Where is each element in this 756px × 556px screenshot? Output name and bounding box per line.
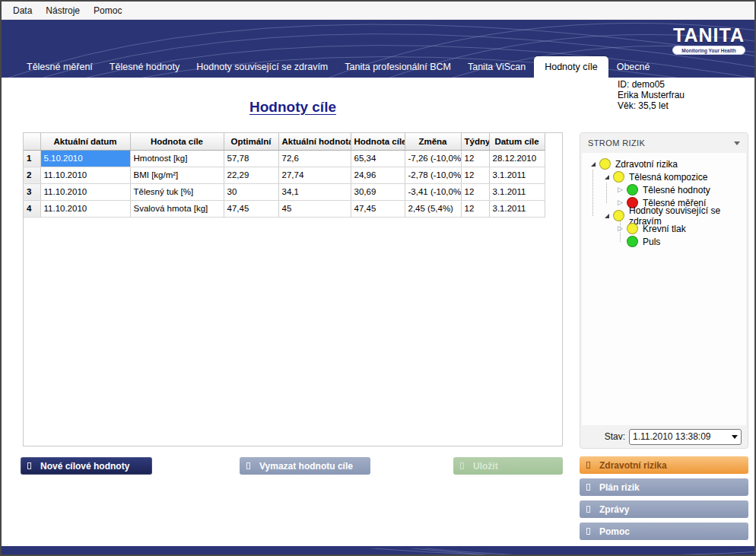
row-header[interactable]: 1 [24,150,40,167]
cell-current[interactable]: 34,1 [278,183,351,200]
cell-change[interactable]: -7,26 (-10,0%) [405,150,461,167]
cell-weeks-change[interactable]: 2,45 (5,4%) [405,200,461,217]
cell-weeks[interactable]: 12 [461,167,489,183]
expanded-arrow-icon[interactable] [602,175,611,180]
risk-tree-panel: STROM RIZIK Zdravotní rizika Tělesná kom… [580,132,748,449]
tree-node-hodnoty-souvisejici[interactable]: Hodnoty související se zdravím [582,209,746,222]
cell-optimal[interactable]: 22,29 [224,167,278,183]
cell-weeks[interactable]: 12 [461,183,489,200]
risk-tree-header[interactable]: STROM RIZIK [580,133,748,153]
button-label: Zprávy [599,504,629,515]
reports-button[interactable]: Zprávy [580,500,748,518]
cell-optimal[interactable]: 30 [224,183,278,200]
patient-id: ID: demo05 [618,79,685,90]
button-glyph-icon [246,462,250,469]
app-window: Data Nástroje Pomoc TANITA Monitoring Yo… [0,0,756,556]
table-row[interactable]: 4 11.10.2010 Svalová hmota [kg] 47,45 45… [24,200,545,217]
collapsed-arrow-icon[interactable]: ▷ [615,186,625,193]
menu-data[interactable]: Data [6,3,39,18]
cell-current[interactable]: 27,74 [278,167,351,183]
table-row[interactable]: 3 11.10.2010 Tělesný tuk [%] 30 34,1 30,… [24,183,545,200]
row-header[interactable]: 3 [24,183,40,200]
risk-yellow-icon [613,171,624,183]
cell-optimal[interactable]: 47,45 [224,200,278,217]
tree-node-puls[interactable]: Puls [582,235,746,248]
col-datum-cile[interactable]: Datum cíle [489,133,545,150]
cell-goal-date[interactable]: 3.1.2011 [489,200,545,217]
menu-nastroje[interactable]: Nástroje [39,3,87,18]
goal-values-grid[interactable]: Aktuální datum Hodnota cíle Optimální Ak… [23,132,563,446]
tab-telesne-hodnoty[interactable]: Tělesné hodnoty [101,56,188,78]
health-risks-button[interactable]: Zdravotní rizika [580,456,748,474]
tab-obecne[interactable]: Obecné [608,56,659,78]
footer-swoosh-decoration [2,548,754,554]
tree-node-label: Tělesné hodnoty [643,185,710,195]
tab-tanita-viscan[interactable]: Tanita ViScan [459,56,534,78]
button-glyph-icon [586,484,590,491]
cell-optimal[interactable]: 57,78 [224,150,278,167]
expanded-arrow-icon[interactable] [602,214,611,218]
help-button[interactable]: Pomoc [580,523,748,540]
tab-tanita-bcm[interactable]: Tanita profesionální BCM [336,56,459,78]
cell-goal[interactable]: 24,96 [351,167,405,183]
cell-weeks[interactable]: 12 [461,200,489,217]
col-hodnota-cile-2[interactable]: Hodnota cíle [351,133,405,150]
tab-hodnoty-souvisejici[interactable]: Hodnoty související se zdravím [188,56,336,78]
table-header-row: Aktuální datum Hodnota cíle Optimální Ak… [24,133,545,150]
tree-node-telesne-hodnoty[interactable]: ▷ Tělesné hodnoty [582,183,746,196]
cell-goal[interactable]: 47,45 [351,200,405,217]
cell-change[interactable]: -3,41 (-10,0%) [405,183,461,200]
chevron-down-icon [732,435,738,439]
cell-goal[interactable]: 65,34 [351,150,405,167]
col-aktualni-hodnota[interactable]: Aktuální hodnota [278,133,351,150]
col-hodnota-cile[interactable]: Hodnota cíle [130,133,224,150]
tree-node-krevni-tlak[interactable]: ▷ Krevní tlak [582,222,746,235]
tab-hodnoty-cile[interactable]: Hodnoty cíle [534,56,608,78]
col-zmena[interactable]: Změna [405,133,461,150]
collapsed-arrow-icon[interactable]: ▷ [615,199,625,206]
col-tydny[interactable]: Týdny [461,133,489,150]
risk-plan-button[interactable]: Plán rizik [580,478,748,496]
cell-date[interactable]: 11.10.2010 [40,200,130,217]
cell-date[interactable]: 11.10.2010 [40,183,130,200]
tree-node-telesna-kompozice[interactable]: Tělesná kompozice [582,170,746,183]
row-header[interactable]: 2 [24,167,40,183]
delete-goal-value-button[interactable]: Vymazat hodnotu cíle [240,457,370,475]
tab-telesne-mereni[interactable]: Tělesné měření [18,56,101,78]
new-goal-values-button[interactable]: Nové cílové hodnoty [21,457,152,475]
button-glyph-icon [586,506,590,513]
cell-goal-date[interactable]: 28.12.2010 [489,150,545,167]
cell-goal-date[interactable]: 3.1.2011 [489,183,545,200]
cell-metric[interactable]: BMI [kg/m²] [130,167,224,183]
expanded-arrow-icon[interactable] [588,162,598,167]
cell-metric[interactable]: Hmotnost [kg] [130,150,224,167]
patient-age: Věk: 35,5 let [618,100,685,111]
tree-node-zdravotni-rizika[interactable]: Zdravotní rizika [582,157,746,170]
risk-yellow-icon [613,210,624,221]
cell-change[interactable]: -2,78 (-10,0%) [405,167,461,183]
table-row[interactable]: 2 11.10.2010 BMI [kg/m²] 22,29 27,74 24,… [24,167,545,183]
menu-pomoc[interactable]: Pomoc [87,3,129,18]
cell-goal[interactable]: 30,69 [351,183,405,200]
save-button[interactable]: Uložit [453,457,563,475]
cell-current[interactable]: 72,6 [278,150,351,167]
collapsed-arrow-icon[interactable]: ▷ [615,225,625,232]
cell-metric[interactable]: Tělesný tuk [%] [130,183,224,200]
table-row[interactable]: 1 5.10.2010 Hmotnost [kg] 57,78 72,6 65,… [24,150,545,167]
tab-bar: Tělesné měření Tělesné hodnoty Hodnoty s… [18,56,754,78]
risk-tree[interactable]: Zdravotní rizika Tělesná kompozice ▷ Těl… [582,153,746,425]
cell-date[interactable]: 11.10.2010 [40,167,130,183]
chevron-down-icon [734,141,740,145]
cell-weeks[interactable]: 12 [461,150,489,167]
stav-combobox[interactable]: 1.11.2010 13:38:09 [629,429,742,445]
col-aktualni-datum[interactable]: Aktuální datum [40,133,130,150]
cell-goal-date[interactable]: 3.1.2011 [489,167,545,183]
risk-yellow-icon [599,158,611,170]
button-label: Plán rizik [599,482,640,493]
col-optimalni[interactable]: Optimální [224,133,278,150]
cell-current[interactable]: 45 [278,200,351,217]
row-header[interactable]: 4 [24,200,40,217]
stav-label: Stav: [605,431,625,442]
cell-metric[interactable]: Svalová hmota [kg] [130,200,224,217]
cell-date-selected[interactable]: 5.10.2010 [40,150,130,167]
